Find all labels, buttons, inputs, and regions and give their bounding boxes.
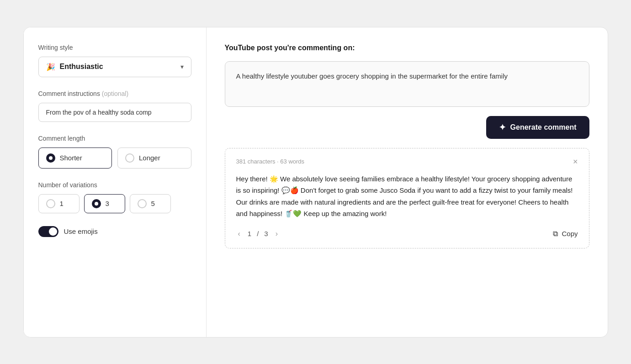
youtube-post-text: A healthy lifestyle youtuber goes grocer… <box>236 72 508 80</box>
comment-instructions-label: Comment instructions (optional) <box>38 90 191 97</box>
length-longer-option[interactable]: Longer <box>117 148 191 169</box>
style-emoji: 🎉 <box>46 63 55 71</box>
variations-label: Number of variations <box>38 181 191 189</box>
main-card: Writing style 🎉 Enthusiastic ▾ Comment i… <box>23 27 608 338</box>
variation-1-radio <box>46 199 55 208</box>
variation-1-label: 1 <box>60 200 64 207</box>
chevron-down-icon: ▾ <box>180 63 184 70</box>
result-footer: ‹ 1 / 3 › ⧉ Copy <box>236 229 578 239</box>
right-panel: YouTube post you're commenting on: A hea… <box>207 27 608 337</box>
result-meta-text: 381 characters · 63 words <box>236 158 305 165</box>
prev-page-button[interactable]: ‹ <box>236 229 242 239</box>
shorter-radio-circle <box>46 153 55 163</box>
style-value: Enthusiastic <box>60 63 103 71</box>
longer-label: Longer <box>139 154 160 162</box>
longer-radio-circle <box>125 153 134 163</box>
variation-5-radio <box>138 199 147 208</box>
left-panel: Writing style 🎉 Enthusiastic ▾ Comment i… <box>24 27 207 337</box>
youtube-label: YouTube post you're commenting on: <box>225 44 589 52</box>
result-meta-row: 381 characters · 63 words × <box>236 158 578 166</box>
emoji-toggle[interactable] <box>38 226 58 237</box>
comment-instructions-input[interactable] <box>38 103 191 122</box>
next-page-button[interactable]: › <box>274 229 280 239</box>
variation-5-option[interactable]: 5 <box>130 194 171 213</box>
variation-3-option[interactable]: 3 <box>84 194 125 213</box>
variation-1-option[interactable]: 1 <box>38 194 80 213</box>
sparkle-icon: ✦ <box>499 122 506 132</box>
style-dropdown-left: 🎉 Enthusiastic <box>46 63 103 71</box>
generate-comment-button[interactable]: ✦ Generate comment <box>486 116 589 139</box>
copy-icon: ⧉ <box>553 230 558 238</box>
variation-3-radio <box>92 199 101 208</box>
result-card: 381 characters · 63 words × Hey there! 🌟… <box>225 148 589 248</box>
youtube-post-input[interactable]: A healthy lifestyle youtuber goes grocer… <box>225 61 589 107</box>
comment-length-label: Comment length <box>38 135 191 142</box>
variations-options: 1 3 5 <box>38 194 191 213</box>
optional-label: (optional) <box>102 90 128 97</box>
pagination: ‹ 1 / 3 › <box>236 229 280 239</box>
generate-btn-label: Generate comment <box>510 123 577 132</box>
variation-3-label: 3 <box>106 200 109 207</box>
toggle-thumb <box>49 227 57 236</box>
emoji-toggle-row: Use emojis <box>38 226 191 237</box>
style-dropdown[interactable]: 🎉 Enthusiastic ▾ <box>38 57 191 77</box>
copy-button[interactable]: ⧉ Copy <box>553 230 578 238</box>
pagination-separator: / <box>257 230 259 237</box>
writing-style-label: Writing style <box>38 44 191 51</box>
length-options: Shorter Longer <box>38 148 191 169</box>
variation-5-label: 5 <box>151 200 155 207</box>
shorter-label: Shorter <box>60 154 82 162</box>
close-result-button[interactable]: × <box>573 158 578 166</box>
pagination-total: 3 <box>264 230 268 237</box>
use-emojis-label: Use emojis <box>64 227 98 235</box>
pagination-current: 1 <box>248 230 251 237</box>
result-text: Hey there! 🌟 We absolutely love seeing f… <box>236 173 578 220</box>
copy-label: Copy <box>562 230 578 237</box>
generate-row: ✦ Generate comment <box>225 116 589 139</box>
length-shorter-option[interactable]: Shorter <box>38 148 112 169</box>
